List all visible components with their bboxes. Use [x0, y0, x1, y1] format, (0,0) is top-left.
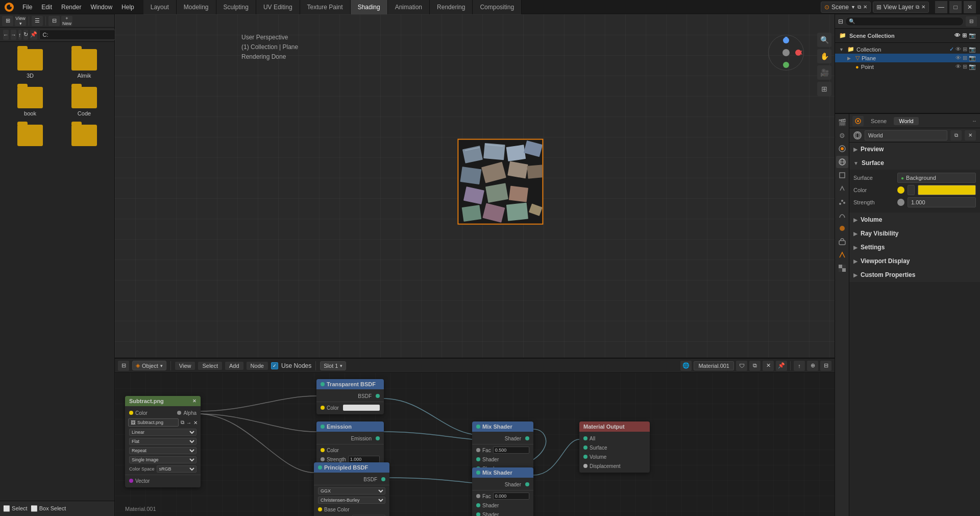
minimize-btn[interactable]: —	[935, 1, 947, 13]
tab-modeling[interactable]: Modeling	[177, 0, 216, 14]
view-layer-selector[interactable]: ⊞ View Layer ⧉ ✕	[873, 2, 929, 13]
refresh-btn[interactable]: ↻	[23, 30, 28, 40]
node-principled[interactable]: Principled BSDF BSDF GGX Christensen-Bur…	[314, 462, 389, 516]
render-icon[interactable]: 📷	[969, 32, 976, 39]
props-header-icon-btn[interactable]	[852, 116, 864, 126]
col-camera-icon[interactable]: 📷	[969, 46, 976, 53]
props-tab-data[interactable]	[836, 249, 848, 261]
color-gradient[interactable]	[918, 185, 976, 195]
props-tab-particles[interactable]	[836, 196, 848, 208]
col-eye-icon[interactable]: 👁	[955, 46, 961, 53]
view-layer-copy-icon[interactable]: ⧉	[916, 4, 919, 10]
props-tab-world[interactable]	[836, 156, 848, 168]
scene-tab[interactable]: Scene	[866, 117, 892, 125]
view-btn[interactable]: View ▾	[15, 16, 26, 26]
viewport-3d[interactable]: ⊟ ◈ Object Mode ▾ View Select Add Object…	[115, 14, 835, 358]
mix2-fac-input[interactable]	[493, 492, 529, 500]
new-btn[interactable]: + New	[61, 16, 72, 26]
tab-layout[interactable]: Layout	[143, 0, 177, 14]
extension-select[interactable]: Repeat	[129, 447, 197, 454]
menu-file[interactable]: File	[18, 3, 36, 12]
node-view-btn[interactable]: View	[175, 362, 195, 370]
slot-selector[interactable]: Slot 1 ▾	[320, 361, 346, 370]
folder-6[interactable]	[59, 123, 109, 150]
material-close-btn[interactable]: ✕	[763, 361, 774, 371]
material-copy-btn[interactable]: ⧉	[749, 361, 761, 371]
node-select-btn[interactable]: Select	[198, 362, 222, 370]
tab-rendering[interactable]: Rendering	[430, 0, 473, 14]
scene-close-icon[interactable]: ✕	[863, 4, 867, 10]
maximize-btn[interactable]: □	[949, 1, 962, 13]
color-swatch[interactable]	[343, 405, 380, 411]
node-type-selector[interactable]: ◈ Object ▾	[132, 361, 166, 370]
world-dropdown[interactable]: World	[865, 130, 947, 140]
img-close-icon[interactable]: ✕	[193, 420, 198, 426]
node-up-btn[interactable]: ↑	[794, 361, 805, 371]
pin-btn[interactable]: 📌	[776, 361, 787, 371]
material-shield-btn[interactable]: 🛡	[736, 361, 747, 371]
props-tab-modifiers[interactable]	[836, 182, 848, 195]
props-expand-icon[interactable]: ↔	[972, 118, 977, 124]
background-value[interactable]: ● Background	[897, 173, 976, 183]
viewport-gizmo[interactable]: Z X Y	[768, 35, 804, 71]
outliner-search[interactable]	[845, 17, 964, 26]
visibility-eye-icon[interactable]: 👁	[954, 32, 960, 39]
col-viewport-icon[interactable]: ⊞	[963, 46, 967, 53]
node-subtract-options[interactable]: ✕	[192, 398, 197, 404]
view-mode-btn[interactable]: ⊞	[2, 16, 13, 26]
material-selector[interactable]: Material.001	[694, 361, 734, 370]
tab-texture-paint[interactable]: Texture Paint	[300, 0, 351, 14]
outliner-collection[interactable]: ▼ 📁 Collection ✓ 👁 ⊞ 📷	[835, 45, 980, 54]
color-value[interactable]	[908, 185, 915, 195]
world-close-btn[interactable]: ✕	[965, 130, 976, 140]
img-nav-icon[interactable]: →	[186, 420, 191, 426]
img-copy-icon[interactable]: ⧉	[181, 419, 184, 426]
path-field[interactable]	[39, 30, 117, 40]
outliner-plane[interactable]: ▶ ▽ Plane 👁 ⊞ 📷	[835, 54, 980, 62]
menu-render[interactable]: Render	[57, 3, 85, 12]
close-btn[interactable]: ✕	[964, 1, 976, 13]
props-tab-constraints[interactable]	[836, 236, 848, 248]
preview-section-header[interactable]: ▶ Preview	[849, 143, 980, 156]
tab-animation[interactable]: Animation	[388, 0, 430, 14]
tab-uv-editing[interactable]: UV Editing	[256, 0, 300, 14]
props-tab-checker[interactable]	[836, 262, 848, 274]
plane-viewport-icon[interactable]: ⊞	[963, 55, 967, 61]
menu-window[interactable]: Window	[86, 3, 116, 12]
tab-shading[interactable]: Shading	[351, 0, 388, 14]
img-selector[interactable]: 🖼 Subtract.png	[128, 418, 179, 427]
node-material-output[interactable]: Material Output All Surface	[579, 421, 650, 473]
point-camera-icon[interactable]: 📷	[969, 63, 976, 70]
color-dot[interactable]	[897, 186, 904, 194]
folder-book[interactable]: book	[5, 85, 55, 119]
view-layer-close-icon[interactable]: ✕	[921, 4, 925, 10]
viewport-icon[interactable]: ⊞	[962, 32, 967, 39]
settings-section-header[interactable]: ▶ Settings	[849, 241, 980, 254]
viewport-display-section-header[interactable]: ▶ Viewport Display	[849, 254, 980, 268]
interpolation-select[interactable]: Linear	[129, 429, 197, 436]
ggx-select[interactable]: GGX	[318, 487, 385, 495]
ray-visibility-section-header[interactable]: ▶ Ray Visibility	[849, 227, 980, 240]
outliner-point[interactable]: ● Point 👁 ⊞ 📷	[835, 62, 980, 71]
world-icon-btn[interactable]: 🌐	[680, 361, 692, 371]
props-tab-output[interactable]: ⚙	[836, 129, 848, 142]
folder-5[interactable]	[5, 123, 55, 150]
point-eye-icon[interactable]: 👁	[955, 63, 961, 70]
props-tab-physics[interactable]	[836, 209, 848, 221]
strength-value[interactable]: 1.000	[908, 197, 976, 207]
grid-btn[interactable]: ⊞	[817, 82, 831, 96]
menu-edit[interactable]: Edit	[37, 3, 56, 12]
camera-btn[interactable]: 🎥	[817, 65, 831, 80]
outliner-filter-btn[interactable]: ⊟	[966, 16, 977, 27]
node-subtract-img[interactable]: Subtract.png ✕ Color Alpha	[125, 396, 201, 487]
up-btn[interactable]: ↑	[18, 30, 21, 40]
custom-props-section-header[interactable]: ▶ Custom Properties	[849, 268, 980, 282]
mix1-fac-input[interactable]	[493, 447, 529, 454]
christensen-select[interactable]: Christensen-Burley	[318, 497, 385, 504]
blender-logo[interactable]	[0, 0, 18, 14]
node-node-btn[interactable]: Node	[247, 362, 268, 370]
volume-section-header[interactable]: ▶ Volume	[849, 213, 980, 226]
node-emission[interactable]: Emission Emission Color	[316, 421, 384, 466]
world-copy-btn[interactable]: ⧉	[950, 130, 962, 140]
source-select[interactable]: Single Image	[129, 456, 197, 463]
